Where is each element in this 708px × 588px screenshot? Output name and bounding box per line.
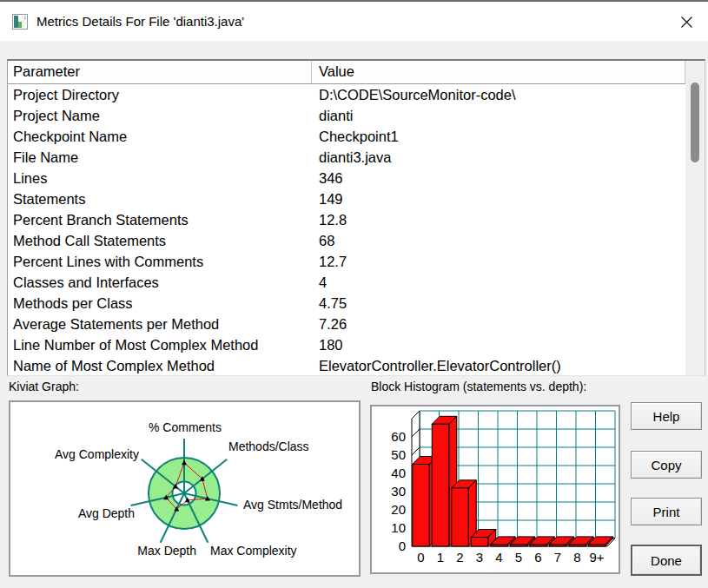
table-row: Average Statements per Method7.26 bbox=[8, 314, 705, 334]
x-axis-tick-label: 1 bbox=[437, 550, 444, 565]
kiviat-axis-label: Avg Stmts/Method bbox=[243, 498, 342, 512]
histogram-bar bbox=[588, 545, 605, 546]
kiviat-axis-label: Max Complexity bbox=[210, 544, 297, 558]
x-axis-tick-label: 9+ bbox=[589, 550, 604, 565]
histogram-bar bbox=[530, 545, 547, 546]
table-row: Name of Most Complex MethodElevatorContr… bbox=[8, 355, 705, 376]
param-cell: Average Statements per Method bbox=[8, 314, 312, 334]
table-row: Method Call Statements68 bbox=[8, 230, 705, 251]
param-cell: Methods per Class bbox=[8, 293, 312, 314]
value-cell: 4 bbox=[312, 272, 705, 293]
table-row: Methods per Class4.75 bbox=[8, 293, 705, 314]
y-axis-tick-label: 20 bbox=[391, 502, 406, 517]
value-cell: 68 bbox=[312, 230, 705, 251]
param-cell: File Name bbox=[8, 147, 312, 168]
histogram-chart: 01020304050600123456789+ bbox=[370, 405, 620, 574]
param-cell: Project Directory bbox=[8, 84, 312, 105]
copy-button[interactable]: Copy bbox=[631, 451, 702, 479]
param-cell: Percent Lines with Comments bbox=[8, 251, 312, 272]
value-cell: 180 bbox=[312, 334, 705, 355]
kiviat-axis-label: Methods/Class bbox=[228, 439, 309, 453]
x-axis-tick-label: 4 bbox=[495, 550, 502, 565]
kiviat-axis-label: Max Depth bbox=[137, 544, 196, 558]
value-cell: dianti bbox=[312, 105, 705, 126]
x-axis-tick-label: 6 bbox=[534, 550, 541, 565]
x-axis-tick-label: 8 bbox=[573, 550, 580, 565]
table-row: Lines346 bbox=[8, 168, 705, 188]
table-row: Line Number of Most Complex Method180 bbox=[8, 334, 705, 355]
x-axis-tick-label: 7 bbox=[554, 550, 561, 565]
kiviat-chart: % CommentsMethods/ClassAvg Stmts/MethodM… bbox=[9, 400, 361, 577]
value-cell: 7.26 bbox=[312, 314, 705, 334]
x-axis-tick-label: 5 bbox=[515, 550, 522, 565]
param-cell: Classes and Interfaces bbox=[8, 272, 312, 293]
kiviat-graph-panel: % CommentsMethods/ClassAvg Stmts/MethodM… bbox=[9, 400, 361, 577]
param-cell: Checkpoint Name bbox=[8, 126, 312, 147]
done-button[interactable]: Done bbox=[631, 545, 702, 576]
param-cell: Lines bbox=[8, 168, 312, 188]
block-histogram-label: Block Histogram (statements vs. depth): bbox=[371, 380, 586, 393]
value-cell: 149 bbox=[312, 188, 705, 209]
table-row: Percent Branch Statements12.8 bbox=[8, 209, 705, 230]
scrollbar-thumb[interactable] bbox=[691, 83, 699, 162]
kiviat-axis-label: % Comments bbox=[149, 420, 222, 434]
param-cell: Name of Most Complex Method bbox=[8, 355, 312, 376]
metrics-table: Parameter Value Project DirectoryD:\CODE… bbox=[7, 59, 705, 376]
table-row: Classes and Interfaces4 bbox=[8, 272, 705, 293]
value-cell: Checkpoint1 bbox=[312, 126, 705, 147]
kiviat-axis-label: Avg Depth bbox=[78, 506, 135, 520]
param-cell: Line Number of Most Complex Method bbox=[8, 334, 312, 355]
y-axis-tick-label: 0 bbox=[399, 538, 406, 553]
value-cell: ElevatorController.ElevatorController() bbox=[312, 355, 705, 376]
histogram-bar bbox=[471, 538, 488, 547]
y-axis-tick-label: 50 bbox=[391, 447, 406, 462]
window-title: Metrics Details For File 'dianti3.java' bbox=[36, 14, 244, 29]
table-row: Checkpoint NameCheckpoint1 bbox=[8, 126, 705, 147]
kiviat-graph-label: Kiviat Graph: bbox=[9, 380, 79, 393]
print-button[interactable]: Print bbox=[631, 498, 702, 525]
value-cell: D:\CODE\SourceMonitor-code\ bbox=[312, 84, 705, 105]
table-row: File Namedianti3.java bbox=[8, 147, 705, 168]
x-axis-tick-label: 0 bbox=[417, 550, 424, 565]
value-cell: dianti3.java bbox=[312, 147, 705, 168]
histogram-bar bbox=[432, 424, 449, 546]
param-cell: Project Name bbox=[8, 105, 312, 126]
param-cell: Statements bbox=[8, 188, 312, 209]
table-row: Statements149 bbox=[8, 188, 705, 209]
table-row: Project DirectoryD:\CODE\SourceMonitor-c… bbox=[8, 84, 705, 105]
table-row: Project Namedianti bbox=[8, 105, 705, 126]
value-cell: 12.7 bbox=[312, 251, 705, 272]
title-bar[interactable]: Metrics Details For File 'dianti3.java' bbox=[0, 2, 708, 41]
y-axis-tick-label: 40 bbox=[391, 466, 406, 480]
help-button[interactable]: Help bbox=[631, 402, 702, 430]
app-icon bbox=[12, 14, 28, 30]
histogram-bar bbox=[510, 545, 527, 546]
y-axis-tick-label: 30 bbox=[391, 484, 406, 499]
table-row: Percent Lines with Comments12.7 bbox=[8, 251, 705, 272]
vertical-scrollbar[interactable] bbox=[685, 61, 705, 375]
histogram-bar bbox=[491, 545, 508, 546]
param-cell: Method Call Statements bbox=[8, 230, 312, 251]
param-cell: Percent Branch Statements bbox=[8, 209, 312, 230]
close-button[interactable] bbox=[672, 8, 701, 36]
value-cell: 346 bbox=[312, 168, 705, 188]
kiviat-axis-label: Avg Complexity bbox=[55, 447, 139, 461]
value-cell: 12.8 bbox=[312, 209, 705, 230]
column-header-value[interactable]: Value bbox=[312, 61, 685, 83]
y-axis-tick-label: 60 bbox=[391, 429, 406, 444]
metrics-details-dialog: Metrics Details For File 'dianti3.java' … bbox=[0, 0, 708, 588]
x-axis-tick-label: 3 bbox=[476, 550, 483, 565]
histogram-bar bbox=[413, 465, 430, 547]
column-header-parameter[interactable]: Parameter bbox=[8, 61, 312, 83]
histogram-bar bbox=[452, 488, 469, 546]
y-axis-tick-label: 10 bbox=[391, 520, 406, 535]
value-cell: 4.75 bbox=[312, 293, 705, 314]
histogram-bar bbox=[569, 545, 586, 546]
x-axis-tick-label: 2 bbox=[456, 550, 463, 565]
close-icon bbox=[680, 16, 693, 29]
table-header: Parameter Value bbox=[8, 61, 705, 84]
table-body: Project DirectoryD:\CODE\SourceMonitor-c… bbox=[8, 84, 705, 376]
block-histogram-panel: 01020304050600123456789+ bbox=[370, 405, 620, 574]
histogram-bar bbox=[549, 545, 566, 546]
